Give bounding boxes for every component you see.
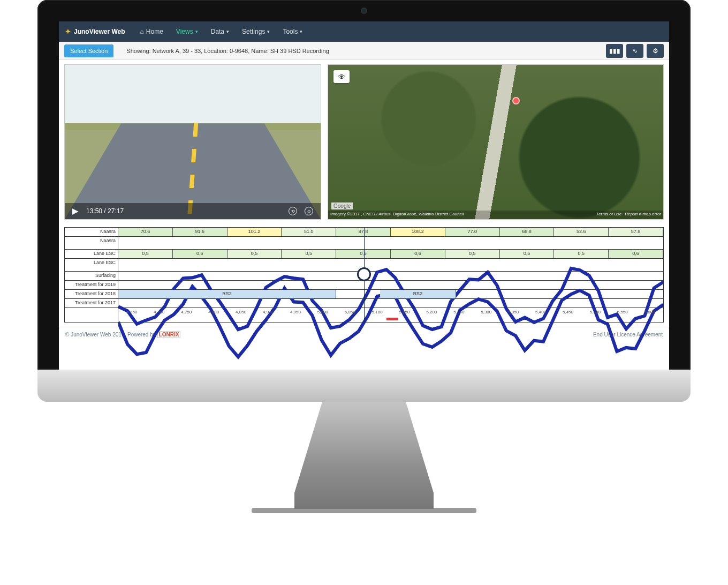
- strip-row: Lane ESC0,50,60,50,50,60,60,50,50,50,6: [65, 250, 663, 259]
- data-cell: 0,6: [336, 250, 391, 258]
- row-body: [118, 299, 663, 308]
- nav-data-label: Data: [211, 28, 224, 35]
- chevron-down-icon: ▾: [226, 29, 229, 34]
- xaxis-tick: 4,750: [173, 308, 200, 321]
- row-body: RS2RS2: [118, 290, 663, 298]
- nav-views-label: Views: [176, 28, 193, 35]
- video-time: 13:50 / 27:17: [86, 207, 124, 215]
- nav-settings-label: Settings: [242, 28, 265, 35]
- video-controls: ▶ 13:50 / 27:17 ⟲ ⊙: [65, 203, 321, 219]
- gear-icon: ⚙: [653, 47, 658, 55]
- position-indicator: [386, 318, 398, 320]
- data-cell: 101.2: [228, 228, 282, 236]
- bar-chart-icon: ▮▮▮: [609, 47, 620, 55]
- data-cell: 0,5: [554, 250, 609, 258]
- nav-home[interactable]: ⌂ Home: [134, 22, 170, 41]
- nav-home-label: Home: [146, 28, 163, 35]
- line-chart-icon: ∿: [632, 47, 638, 55]
- xaxis-tick: 5,350: [500, 308, 527, 321]
- brand-icon: ✦: [65, 28, 71, 35]
- time-total: 27:17: [108, 207, 124, 215]
- xaxis-tick: 4,650: [118, 308, 146, 321]
- nav-settings[interactable]: Settings ▾: [236, 22, 276, 41]
- row-body: [118, 272, 663, 280]
- settings-button[interactable]: ⚙: [647, 44, 664, 58]
- data-cell: 0,5: [500, 250, 555, 258]
- data-cell: 0,6: [391, 250, 445, 258]
- xaxis-tick: 5,500: [581, 308, 609, 321]
- map-footer: Imagery ©2017 , CNES / Airbus, DigitalGl…: [328, 211, 663, 219]
- line-chart-button[interactable]: ∿: [626, 44, 643, 58]
- strip-row: Treatment for 2017: [65, 299, 663, 308]
- xaxis-tick: 5,000: [309, 308, 336, 321]
- data-cell: 108.2: [391, 228, 445, 236]
- step-button[interactable]: ⊙: [305, 207, 313, 215]
- visibility-toggle[interactable]: 👁: [333, 70, 350, 83]
- monitor-stand: [294, 402, 434, 509]
- data-cell: 0,5: [282, 250, 336, 258]
- strip-row: Lane ESC: [65, 259, 663, 272]
- row-body: [118, 281, 663, 289]
- row-label: Treatment for 2017: [65, 299, 118, 308]
- google-logo: Google: [331, 202, 353, 209]
- play-button[interactable]: ▶: [72, 206, 79, 216]
- home-icon: ⌂: [140, 28, 144, 35]
- strip-row: Treatment for 2018RS2RS2: [65, 290, 663, 299]
- select-section-button[interactable]: Select Section: [64, 44, 113, 57]
- data-cell: 0,5: [445, 250, 500, 258]
- data-cell: 0,6: [609, 250, 663, 258]
- time-current: 13:50: [86, 207, 102, 215]
- nav-views[interactable]: Views ▾: [170, 22, 204, 41]
- nav-tools[interactable]: Tools ▾: [276, 22, 309, 41]
- xaxis-tick: 4,900: [255, 308, 282, 321]
- strip-row: Naasra70.691.6101.251.087.8108.277.068.8…: [65, 228, 663, 237]
- map-terms-link[interactable]: Terms of Use: [596, 212, 621, 218]
- strip-chart[interactable]: Naasra70.691.6101.251.087.8108.277.068.8…: [64, 227, 664, 322]
- map-panel[interactable]: 👁 Google Imagery ©2017 , CNES / Airbus, …: [328, 64, 664, 220]
- xaxis-tick: 4,700: [146, 308, 173, 321]
- xaxis-tick: 5,450: [555, 308, 582, 321]
- row-body: 70.691.6101.251.087.8108.277.068.852.657…: [118, 228, 663, 236]
- data-cell: 68.8: [500, 228, 555, 236]
- eye-icon: 👁: [338, 72, 346, 81]
- xaxis-tick: 5,600: [636, 308, 663, 321]
- nav-data[interactable]: Data ▾: [204, 22, 236, 41]
- brand: ✦ JunoViewer Web: [65, 28, 125, 35]
- bar-chart-button[interactable]: ▮▮▮: [606, 44, 623, 58]
- data-cell: 57.8: [609, 228, 663, 236]
- row-label: Treatment for 2018: [65, 290, 118, 298]
- row-label: Surfacing: [65, 272, 118, 280]
- xaxis-tick: 4,950: [282, 308, 309, 321]
- map-report-link[interactable]: Report a map error: [625, 212, 661, 218]
- treatment-segment: RS2: [380, 290, 457, 298]
- showing-text: Showing: Network A, 39 - 33, Location: 0…: [126, 48, 329, 54]
- row-label: Treatment for 2019: [65, 281, 118, 289]
- data-cell: 91.6: [173, 228, 228, 236]
- row-body: 0,50,60,50,50,60,60,50,50,50,6: [118, 250, 663, 258]
- data-cell: 0,5: [118, 250, 173, 258]
- rewind-button[interactable]: ⟲: [289, 207, 297, 215]
- xaxis-tick: 5,400: [527, 308, 555, 321]
- strip-row: Surfacing: [65, 272, 663, 281]
- row-label: Lane ESC: [65, 250, 118, 258]
- row-body: [118, 259, 663, 271]
- data-cell: 52.6: [554, 228, 609, 236]
- xaxis-tick: 5,550: [609, 308, 636, 321]
- toolbar: Select Section Showing: Network A, 39 - …: [59, 42, 669, 60]
- xaxis-tick: 5,250: [445, 308, 473, 321]
- satellite-imagery: [328, 65, 663, 219]
- nav-tools-label: Tools: [283, 28, 298, 35]
- row-label: Lane ESC: [65, 259, 118, 271]
- chevron-down-icon: ▾: [300, 29, 302, 34]
- data-cell: 51.0: [282, 228, 336, 236]
- strip-row: Treatment for 2019: [65, 281, 663, 290]
- xaxis-tick: 4,850: [228, 308, 255, 321]
- brand-label: JunoViewer Web: [74, 28, 125, 35]
- row-body: [118, 237, 663, 249]
- chevron-down-icon: ▾: [195, 29, 198, 34]
- video-panel: ▶ 13:50 / 27:17 ⟲ ⊙: [64, 64, 321, 220]
- xaxis-tick: 5,050: [336, 308, 363, 321]
- treatment-segment: RS2: [118, 290, 336, 298]
- content: ▶ 13:50 / 27:17 ⟲ ⊙: [59, 60, 669, 327]
- data-cell: 0,5: [228, 250, 282, 258]
